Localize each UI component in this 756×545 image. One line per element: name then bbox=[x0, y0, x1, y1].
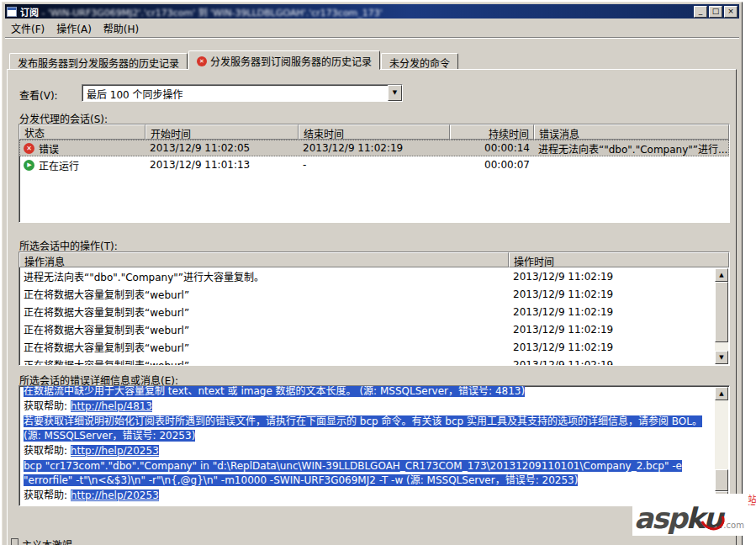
sessions-grid: 状态 开始时间 结束时间 持续时间 错误消息 ✕错误 2013/12/9 11:… bbox=[19, 124, 730, 223]
sessions-grid-header: 状态 开始时间 结束时间 持续时间 错误消息 bbox=[19, 124, 729, 140]
operation-row[interactable]: 正在将数据大容量复制到表“weburl” 2013/12/9 11:02:19 bbox=[19, 320, 716, 338]
operations-grid: 操作消息 操作时间 进程无法向表“"dbo"."Company"”进行大容量复制… bbox=[19, 251, 730, 366]
session-end-time: - bbox=[299, 159, 450, 171]
error-detail-text: 若要获取详细说明初始化订阅表时所遇到的错误文件，请执行在下面显示的 bcp 命令… bbox=[24, 415, 702, 442]
tab-distributor-history[interactable]: ✕ 分发服务器到订阅服务器的历史记录 bbox=[188, 50, 380, 70]
operations-grid-header: 操作消息 操作时间 bbox=[19, 252, 729, 267]
tab-label: 发布服务器到分发服务器的历史记录 bbox=[18, 56, 179, 70]
operation-row[interactable]: 正在将数据大容量复制到表“weburl” 2013/12/9 11:02:19 bbox=[19, 303, 716, 320]
tab-publisher-history[interactable]: 发布服务器到分发服务器的历史记录 bbox=[9, 53, 188, 70]
help-prefix: 获取帮助: bbox=[24, 489, 71, 501]
operation-message: 进程无法向表“"dbo"."Company"”进行大容量复制。 bbox=[19, 269, 509, 283]
error-icon: ✕ bbox=[197, 56, 207, 66]
column-header-duration[interactable]: 持续时间 bbox=[450, 124, 534, 140]
menu-help[interactable]: 帮助(H) bbox=[98, 19, 145, 37]
clipped-footer: 主义本激竭 bbox=[11, 537, 72, 545]
watermark-logo: aspku bbox=[634, 501, 722, 535]
operation-message: 正在将数据大容量复制到表“weburl” bbox=[19, 322, 509, 336]
tab-label: 分发服务器到订阅服务器的历史记录 bbox=[210, 54, 372, 68]
help-prefix: 获取帮助: bbox=[24, 445, 71, 457]
session-row-error[interactable]: ✕错误 2013/12/9 11:02:05 2013/12/9 11:02:1… bbox=[19, 140, 729, 156]
scrollbar-thumb[interactable] bbox=[715, 469, 728, 491]
watermark-com: .com bbox=[723, 521, 744, 530]
chevron-down-icon[interactable]: ▼ bbox=[388, 85, 402, 101]
help-prefix: 获取帮助: bbox=[24, 400, 71, 412]
screenshot-page: 订阅 - 'WIN-URF3G069MJ2'.'cr173com' 到 'WIN… bbox=[0, 0, 756, 545]
session-error-message: 进程无法向表“"dbo"."Company"”进行... bbox=[534, 141, 729, 156]
session-end-time: 2013/12/9 11:02:19 bbox=[299, 142, 450, 154]
operation-message: 正在将数据大容量复制到表“weburl” bbox=[19, 357, 509, 366]
tree-node-icon bbox=[11, 538, 19, 545]
session-start-time: 2013/12/9 11:02:05 bbox=[145, 142, 299, 154]
operation-time: 2013/12/9 11:02:19 bbox=[509, 271, 716, 283]
operation-row[interactable]: 进程无法向表“"dbo"."Company"”进行大容量复制。 2013/12/… bbox=[19, 267, 716, 285]
error-detail-text: 在数据流中缺少用于大容量复制 text、ntext 或 image 数据的文本长… bbox=[24, 385, 525, 397]
operation-message: 正在将数据大容量复制到表“weburl” bbox=[19, 340, 509, 354]
titlebar[interactable]: 订阅 - 'WIN-URF3G069MJ2'.'cr173com' 到 'WIN… bbox=[5, 4, 739, 19]
tab-page: 查看(V): 最后 100 个同步操作 ▼ 分发代理的会话(S): 状态 开始时… bbox=[7, 69, 737, 545]
menu-action[interactable]: 操作(A) bbox=[50, 19, 98, 37]
details-scrollbar[interactable]: ▲ ▼ bbox=[715, 387, 728, 505]
help-link[interactable]: http://help/20253 bbox=[71, 445, 159, 457]
operation-time: 2013/12/9 11:02:19 bbox=[509, 359, 716, 367]
help-link[interactable]: http://help/20253 bbox=[71, 489, 159, 501]
menu-file[interactable]: 文件(F) bbox=[5, 19, 50, 37]
session-duration: 00:00:07 bbox=[450, 159, 534, 171]
column-header-error[interactable]: 错误消息 bbox=[534, 124, 729, 140]
column-header-status[interactable]: 状态 bbox=[19, 124, 145, 140]
watermark: aspku .com 免费网站源码下载站! bbox=[632, 494, 756, 536]
operation-time: 2013/12/9 11:02:19 bbox=[509, 341, 716, 353]
column-header-start[interactable]: 开始时间 bbox=[145, 124, 299, 140]
column-header-end[interactable]: 结束时间 bbox=[299, 124, 450, 140]
session-duration: 00:00:14 bbox=[450, 142, 534, 154]
column-header-time[interactable]: 操作时间 bbox=[509, 252, 729, 267]
operation-message: 正在将数据大容量复制到表“weburl” bbox=[19, 304, 509, 319]
operation-time: 2013/12/9 11:02:19 bbox=[509, 324, 716, 336]
tab-label: 未分发的命令 bbox=[389, 56, 450, 70]
scroll-up-icon[interactable]: ▲ bbox=[715, 268, 728, 282]
operation-message: 正在将数据大容量复制到表“weburl” bbox=[19, 287, 509, 301]
running-icon: ▶ bbox=[24, 160, 34, 171]
operation-row[interactable]: 正在将数据大容量复制到表“weburl” 2013/12/9 11:02:19 bbox=[19, 338, 716, 356]
watermark-tagline: 免费网站源码下载站! bbox=[747, 495, 756, 535]
subscription-window: 订阅 - 'WIN-URF3G069MJ2'.'cr173com' 到 'WIN… bbox=[2, 2, 743, 545]
error-details-box[interactable]: 在数据流中缺少用于大容量复制 text、ntext 或 image 数据的文本长… bbox=[19, 385, 730, 506]
view-combobox-value: 最后 100 个同步操作 bbox=[82, 85, 388, 101]
window-title-redacted: - 'WIN-URF3G069MJ2'.'cr173com' 到 'WIN-39… bbox=[39, 8, 383, 19]
menu-separator bbox=[5, 37, 739, 39]
tab-undistributed-commands[interactable]: 未分发的命令 bbox=[381, 53, 458, 70]
bcp-command-text: bcp "cr173com"."dbo"."Company" in "d:\Re… bbox=[24, 460, 682, 486]
scroll-up-icon[interactable]: ▲ bbox=[715, 387, 728, 400]
view-label: 查看(V): bbox=[19, 87, 58, 102]
maximize-button[interactable]: □ bbox=[709, 6, 722, 18]
operations-scrollbar[interactable]: ▲ ▼ bbox=[715, 268, 728, 364]
operation-row[interactable]: 正在将数据大容量复制到表“weburl” 2013/12/9 11:02:19 bbox=[19, 356, 716, 366]
close-button[interactable]: × bbox=[724, 6, 737, 18]
error-details-content: 在数据流中缺少用于大容量复制 text、ntext 或 image 数据的文本长… bbox=[20, 385, 715, 505]
session-status: 错误 bbox=[39, 141, 59, 156]
operation-time: 2013/12/9 11:02:19 bbox=[509, 306, 716, 318]
view-combobox[interactable]: 最后 100 个同步操作 ▼ bbox=[82, 84, 403, 102]
tabstrip: 发布服务器到分发服务器的历史记录 ✕ 分发服务器到订阅服务器的历史记录 未分发的… bbox=[9, 50, 459, 70]
operation-time: 2013/12/9 11:02:19 bbox=[509, 288, 716, 300]
session-start-time: 2013/12/9 11:01:13 bbox=[145, 159, 299, 171]
operation-row[interactable]: 正在将数据大容量复制到表“weburl” 2013/12/9 11:02:19 bbox=[19, 285, 716, 303]
column-header-message[interactable]: 操作消息 bbox=[19, 252, 509, 267]
clipped-footer-text: 主义本激竭 bbox=[22, 537, 72, 545]
help-link[interactable]: http://help/4813 bbox=[71, 400, 152, 412]
session-status: 正在运行 bbox=[39, 158, 79, 172]
menubar: 文件(F) 操作(A) 帮助(H) bbox=[5, 20, 739, 36]
scroll-down-icon[interactable]: ▼ bbox=[715, 351, 728, 364]
session-row-running[interactable]: ▶正在运行 2013/12/9 11:01:13 - 00:00:07 bbox=[19, 156, 729, 173]
window-title: 订阅 - 'WIN-URF3G069MJ2'.'cr173com' 到 'WIN… bbox=[20, 5, 692, 19]
error-icon: ✕ bbox=[24, 143, 34, 154]
window-icon bbox=[7, 7, 17, 17]
scrollbar-thumb[interactable] bbox=[715, 282, 728, 342]
minimize-button[interactable]: _ bbox=[694, 6, 707, 18]
operations-label: 所选会话中的操作(T): bbox=[19, 238, 118, 252]
